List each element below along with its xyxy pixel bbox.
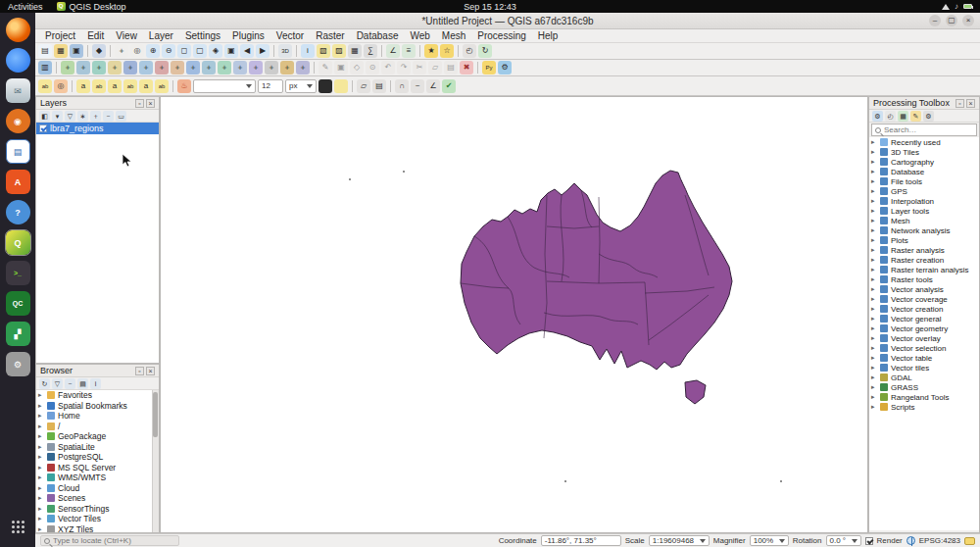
- expand-arrow-icon[interactable]: ▸: [871, 373, 877, 381]
- filter-by-expression-icon[interactable]: ∗: [77, 111, 88, 122]
- data-source-manager-icon[interactable]: ▥: [38, 61, 52, 75]
- add-xyz-layer-icon[interactable]: ＋: [265, 61, 278, 75]
- highlight-pinned-labels-icon[interactable]: a: [76, 79, 90, 93]
- expand-arrow-icon[interactable]: ▸: [871, 324, 877, 332]
- layer-list[interactable]: lbra7_regions: [36, 123, 159, 363]
- check-geometry-icon[interactable]: ✔: [442, 79, 456, 93]
- add-mssql-layer-icon[interactable]: ＋: [155, 61, 169, 75]
- units-combo[interactable]: px: [285, 79, 317, 93]
- zoom-to-selection-icon[interactable]: ◈: [209, 44, 222, 58]
- clock[interactable]: Sep 15 12:43: [464, 2, 516, 12]
- rhythmbox-icon[interactable]: ◉: [6, 109, 30, 133]
- expand-arrow-icon[interactable]: ▸: [38, 473, 44, 481]
- close-panel-button[interactable]: ×: [966, 99, 975, 108]
- rotate-label-icon[interactable]: a: [139, 79, 153, 93]
- processing-group[interactable]: ▸ Vector coverage: [869, 294, 979, 304]
- identify-features-icon[interactable]: i: [301, 44, 315, 58]
- python-console-icon[interactable]: Py: [482, 61, 496, 75]
- expand-arrow-icon[interactable]: ▸: [871, 403, 877, 411]
- layer-diagram-options-icon[interactable]: ◎: [54, 79, 68, 93]
- app-center-icon[interactable]: A: [6, 170, 30, 194]
- expand-arrow-icon[interactable]: ▸: [871, 226, 877, 234]
- layer-labeling-options-icon[interactable]: ab: [38, 79, 52, 93]
- field-calculator-icon[interactable]: ∑: [364, 44, 377, 58]
- change-label-icon[interactable]: ab: [155, 79, 169, 93]
- browser-item[interactable]: ▸ WMS/WMTS: [36, 472, 159, 483]
- qgis-icon[interactable]: Q: [6, 230, 30, 255]
- new-project-icon[interactable]: ▤: [38, 44, 52, 58]
- copy-features-icon[interactable]: ▱: [428, 61, 442, 75]
- browser-item[interactable]: ▸ Vector Tiles: [36, 514, 159, 524]
- menu-item[interactable]: Settings: [179, 30, 226, 41]
- menu-item[interactable]: Project: [39, 30, 81, 41]
- expand-arrow-icon[interactable]: ▸: [871, 256, 877, 264]
- search-input[interactable]: [884, 125, 973, 134]
- map-canvas[interactable]: [160, 96, 868, 533]
- add-virtual-layer-icon[interactable]: ＋: [296, 61, 310, 75]
- zoom-next-icon[interactable]: ▶: [256, 44, 270, 58]
- browser-item[interactable]: ▸ Home: [36, 411, 159, 422]
- layers-panel-header[interactable]: Layers ▫×: [36, 97, 159, 110]
- close-button[interactable]: ×: [962, 15, 974, 26]
- pan-to-selection-icon[interactable]: ◎: [130, 44, 144, 58]
- expand-arrow-icon[interactable]: ▸: [38, 494, 44, 502]
- browser-info-icon[interactable]: i: [90, 378, 101, 389]
- expand-arrow-icon[interactable]: ▸: [871, 148, 877, 156]
- expand-arrow-icon[interactable]: ▸: [871, 236, 877, 244]
- temporal-controller-icon[interactable]: ◴: [463, 44, 476, 58]
- expand-arrow-icon[interactable]: ▸: [871, 344, 877, 352]
- menu-item[interactable]: Processing: [471, 30, 531, 41]
- system-tray[interactable]: ♪: [942, 2, 972, 11]
- manage-map-themes-icon[interactable]: ▾: [52, 111, 63, 122]
- libreoffice-writer-icon[interactable]: ▤: [6, 139, 30, 164]
- add-vector-layer-icon[interactable]: ＋: [61, 61, 74, 75]
- add-arcgis-layer-icon[interactable]: ＋: [233, 61, 247, 75]
- remove-layer-icon[interactable]: ▭: [116, 111, 126, 122]
- menu-item[interactable]: View: [110, 30, 143, 41]
- expand-arrow-icon[interactable]: ▸: [871, 207, 877, 215]
- deselect-features-icon[interactable]: ▨: [332, 44, 346, 58]
- cut-features-icon[interactable]: ✂: [413, 61, 426, 75]
- expand-arrow-icon[interactable]: ▸: [38, 391, 44, 399]
- zoom-last-icon[interactable]: ◀: [240, 44, 254, 58]
- new-3d-map-icon[interactable]: 3D: [278, 44, 292, 58]
- menu-item[interactable]: Database: [351, 30, 405, 41]
- history-icon[interactable]: ◴: [885, 111, 896, 122]
- menu-item[interactable]: Vector: [270, 30, 310, 41]
- expand-arrow-icon[interactable]: ▸: [38, 464, 44, 472]
- scale-combo[interactable]: 1:19609468: [649, 535, 710, 546]
- processing-group[interactable]: ▸ Database: [869, 167, 979, 176]
- expand-arrow-icon[interactable]: ▸: [871, 315, 877, 323]
- processing-group[interactable]: ▸ GPS: [869, 186, 979, 196]
- expand-arrow-icon[interactable]: ▸: [871, 177, 877, 185]
- expand-arrow-icon[interactable]: ▸: [871, 354, 877, 362]
- zoom-full-icon[interactable]: ▢: [193, 44, 207, 58]
- messages-icon[interactable]: [964, 537, 975, 545]
- open-project-icon[interactable]: ▦: [54, 44, 68, 58]
- locate-box[interactable]: [40, 535, 179, 546]
- browser-item[interactable]: ▸ PostgreSQL: [36, 452, 159, 463]
- zoom-native-icon[interactable]: ◻: [177, 44, 191, 58]
- browser-item[interactable]: ▸ /: [36, 422, 159, 432]
- expand-arrow-icon[interactable]: ▸: [38, 412, 44, 420]
- font-family-combo[interactable]: [193, 79, 256, 93]
- expand-arrow-icon[interactable]: ▸: [38, 453, 44, 461]
- processing-group[interactable]: ▸ Raster creation: [869, 255, 979, 265]
- add-wms-layer-icon[interactable]: ＋: [186, 61, 200, 75]
- processing-group[interactable]: ▸ GDAL: [869, 373, 979, 382]
- browser-item[interactable]: ▸ MS SQL Server: [36, 463, 159, 473]
- expand-arrow-icon[interactable]: ▸: [38, 505, 44, 513]
- save-layer-edits-icon[interactable]: ▣: [334, 61, 348, 75]
- menu-item[interactable]: Raster: [310, 30, 350, 41]
- processing-group[interactable]: ▸ 3D Tiles: [869, 147, 979, 157]
- expand-arrow-icon[interactable]: ▸: [38, 423, 44, 430]
- expand-arrow-icon[interactable]: ▸: [38, 525, 44, 532]
- processing-group[interactable]: ▸ Mesh: [869, 216, 979, 225]
- expand-arrow-icon[interactable]: ▸: [38, 402, 44, 410]
- statistics-icon[interactable]: ≡: [402, 44, 416, 58]
- menu-item[interactable]: Layer: [143, 30, 179, 41]
- options-icon[interactable]: ⚙: [923, 111, 934, 122]
- expand-all-icon[interactable]: ＋: [90, 111, 101, 122]
- buffer-color-swatch[interactable]: [334, 79, 348, 93]
- expand-arrow-icon[interactable]: ▸: [38, 432, 44, 440]
